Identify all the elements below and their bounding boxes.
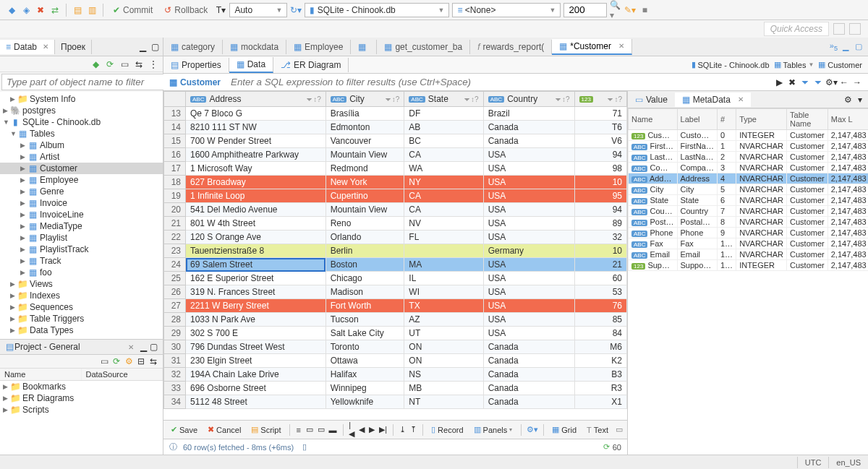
- tree-node-table-invoiceline[interactable]: ▶▦InvoiceLine: [0, 209, 163, 220]
- last-page-icon[interactable]: ▶|: [379, 425, 387, 435]
- cell-postal[interactable]: 71: [574, 107, 626, 121]
- meta-row[interactable]: ABC First…FirstNa…1NVARCHARCustomer2,147…: [629, 141, 869, 152]
- table-row[interactable]: 31230 Elgin StreetOttawaONCanadaK2: [164, 354, 627, 368]
- meta-row[interactable]: ABC Last…LastNa…2NVARCHARCustomer2,147,4…: [629, 152, 869, 163]
- cell-country[interactable]: Canada: [483, 354, 574, 368]
- table-row[interactable]: 32194A Chain Lake DriveHalifaxNSCanadaB3: [164, 368, 627, 382]
- table-row[interactable]: 18627 BroadwayNew YorkNYUSA10: [164, 176, 627, 189]
- cell-state[interactable]: NV: [404, 217, 483, 231]
- cell-state[interactable]: UT: [404, 327, 483, 340]
- cell-state[interactable]: CA: [404, 203, 483, 217]
- cell-country[interactable]: USA: [483, 203, 574, 217]
- filter-funnel-icon[interactable]: ⏷: [800, 77, 810, 87]
- cell-address[interactable]: 194A Chain Lake Drive: [186, 368, 326, 382]
- row-number[interactable]: 24: [164, 258, 186, 272]
- meta-tab-value[interactable]: ▭Value: [628, 92, 675, 107]
- sql-console-icon[interactable]: ▥: [86, 4, 98, 16]
- cell-country[interactable]: USA: [483, 327, 574, 340]
- cell-postal[interactable]: K2: [574, 354, 626, 368]
- meta-column-header[interactable]: Name: [629, 109, 678, 130]
- column-header[interactable]: ABCState⏷↕?: [404, 92, 483, 107]
- tree-node-table-triggers[interactable]: ▶📁Table Triggers: [0, 313, 163, 324]
- filter-history-icon[interactable]: ⏷: [813, 77, 823, 87]
- cell-address[interactable]: 627 Broadway: [186, 176, 326, 189]
- tree-node-system-info[interactable]: ▶📁System Info: [0, 93, 163, 105]
- tree-node-table-employee[interactable]: ▶▦Employee: [0, 174, 163, 186]
- quick-access-field[interactable]: Quick Access: [764, 22, 829, 36]
- table-row[interactable]: 13Qe 7 Bloco GBrasíliaDFBrazil71: [164, 107, 627, 121]
- tree-node-table-genre[interactable]: ▶▦Genre: [0, 186, 163, 197]
- table-row[interactable]: 30796 Dundas Street WestTorontoONCanadaM…: [164, 340, 627, 354]
- cell-state[interactable]: FL: [404, 231, 483, 244]
- meta-row[interactable]: 123 Sup…Suppo…1…INTEGERCustomer2,147,483: [629, 260, 869, 271]
- prev-page-icon[interactable]: ◀: [359, 425, 365, 435]
- cell-postal[interactable]: B3: [574, 368, 626, 382]
- calc-icon[interactable]: ▭: [616, 425, 623, 435]
- project-col-datasource[interactable]: DataSource: [82, 369, 163, 380]
- connect-icon[interactable]: ⇄: [49, 4, 61, 16]
- meta-row[interactable]: ABC Post…Postal…8NVARCHARCustomer2,147,4…: [629, 217, 869, 228]
- cell-country[interactable]: USA: [483, 272, 574, 285]
- cell-state[interactable]: ON: [404, 354, 483, 368]
- cell-address[interactable]: 1033 N Park Ave: [186, 313, 326, 327]
- column-header[interactable]: 123⏷↕?: [574, 92, 626, 107]
- table-row[interactable]: 345112 48 StreetYellowknifeNTCanadaX1: [164, 395, 627, 409]
- tree-node-sequences[interactable]: ▶📁Sequences: [0, 301, 163, 313]
- cell-city[interactable]: Chicago: [326, 272, 404, 285]
- new-conn-icon[interactable]: ◆: [90, 59, 101, 69]
- next-page-icon[interactable]: ▶: [369, 425, 375, 435]
- connection-combo[interactable]: ▮ SQLite - Chinook.db▼: [305, 3, 449, 17]
- clear-filter-icon[interactable]: ✖: [787, 77, 797, 87]
- cell-state[interactable]: NT: [404, 395, 483, 409]
- cell-city[interactable]: Winnipeg: [326, 382, 404, 395]
- cell-city[interactable]: Orlando: [326, 231, 404, 244]
- cell-postal[interactable]: X1: [574, 395, 626, 409]
- row-number[interactable]: 29: [164, 327, 186, 340]
- disconnect-icon[interactable]: ✖: [35, 4, 46, 16]
- tree-node-table-track[interactable]: ▶▦Track: [0, 255, 163, 267]
- row-number[interactable]: 27: [164, 299, 186, 313]
- cell-address[interactable]: 541 Del Medio Avenue: [186, 203, 326, 217]
- navigator-filter-input[interactable]: [1, 74, 164, 90]
- perspective-icon[interactable]: [833, 23, 845, 35]
- row-number[interactable]: 18: [164, 176, 186, 189]
- panels-button[interactable]: ▥Panels▾: [471, 423, 516, 436]
- row-number[interactable]: 23: [164, 244, 186, 258]
- cell-postal[interactable]: 10: [574, 244, 626, 258]
- save-button[interactable]: ✔Save: [168, 423, 200, 436]
- cell-city[interactable]: Ottawa: [326, 354, 404, 368]
- meta-row[interactable]: ABC CityCity5NVARCHARCustomer2,147,483: [629, 184, 869, 195]
- cell-address[interactable]: 801 W 4th Street: [186, 217, 326, 231]
- row-number[interactable]: 28: [164, 313, 186, 327]
- settings-icon[interactable]: ⚙▾: [527, 425, 537, 435]
- cell-city[interactable]: Berlin: [326, 244, 404, 258]
- tree-node-table-mediatype[interactable]: ▶▦MediaType: [0, 220, 163, 232]
- cell-state[interactable]: WI: [404, 285, 483, 299]
- cell-country[interactable]: Canada: [483, 368, 574, 382]
- delete-row-icon[interactable]: ▬: [329, 425, 337, 435]
- new-connection-alt-icon[interactable]: ◈: [20, 4, 32, 16]
- sub-tab-er[interactable]: ⎇ER Diagram: [273, 58, 349, 72]
- editor-tab[interactable]: ▦mockdata: [223, 40, 286, 54]
- meta-row[interactable]: ABC FaxFax1…NVARCHARCustomer2,147,483: [629, 238, 869, 249]
- history-icon[interactable]: ↻▾: [290, 4, 302, 16]
- row-number[interactable]: 15: [164, 134, 186, 148]
- more-tabs-indicator[interactable]: »5: [830, 41, 838, 52]
- row-number[interactable]: 16: [164, 148, 186, 162]
- cell-country[interactable]: Canada: [483, 395, 574, 409]
- filter-icon[interactable]: ⏷↕?: [306, 95, 321, 103]
- close-icon[interactable]: ✕: [43, 43, 48, 51]
- perspective-switch-icon[interactable]: [849, 23, 861, 35]
- project-refresh-icon[interactable]: ⟳: [111, 356, 122, 366]
- cell-country[interactable]: USA: [483, 285, 574, 299]
- meta-tab-metadata[interactable]: ▦MetaData✕: [675, 92, 751, 107]
- cell-address[interactable]: 120 S Orange Ave: [186, 231, 326, 244]
- cell-address[interactable]: 1600 Amphitheatre Parkway: [186, 148, 326, 162]
- new-connection-icon[interactable]: ◆: [6, 4, 17, 16]
- table-row[interactable]: 148210 111 ST NWEdmontonABCanadaT6: [164, 121, 627, 134]
- breadcrumb-connection[interactable]: ▮SQLite - Chinook.db: [692, 60, 770, 69]
- meta-row[interactable]: ABC PhonePhone9NVARCHARCustomer2,147,483: [629, 228, 869, 238]
- cell-country[interactable]: Brazil: [483, 107, 574, 121]
- tx-options-icon[interactable]: T▾: [215, 4, 226, 16]
- row-number[interactable]: 32: [164, 368, 186, 382]
